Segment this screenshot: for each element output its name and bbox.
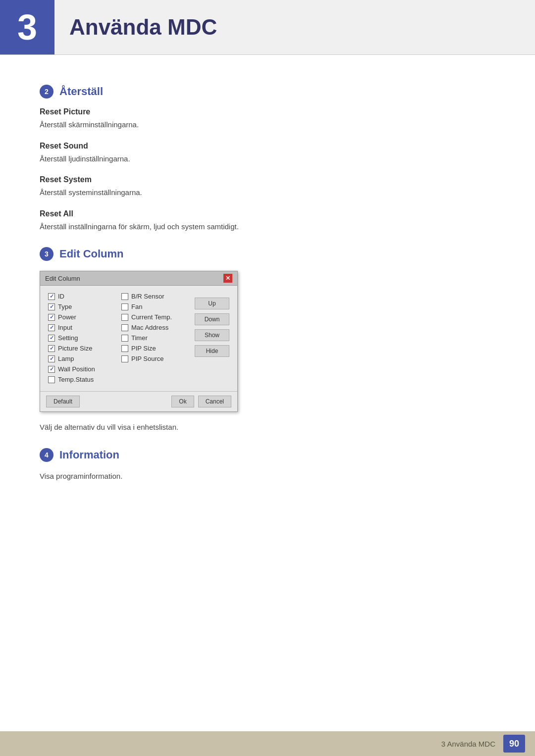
checkbox-id-label: ID xyxy=(58,293,64,300)
dialog-close-button[interactable]: ✕ xyxy=(223,274,232,283)
up-button[interactable]: Up xyxy=(195,298,229,309)
edit-column-dialog: Edit Column ✕ ID Type xyxy=(40,271,238,412)
checkbox-current-temp[interactable]: Current Temp. xyxy=(121,313,190,321)
reset-sound-title: Reset Sound xyxy=(40,142,495,151)
checkbox-setting-label: Setting xyxy=(58,334,78,342)
edit-column-dialog-wrapper: Edit Column ✕ ID Type xyxy=(40,271,495,412)
checkbox-fan[interactable]: Fan xyxy=(121,303,190,310)
checkbox-pip-source[interactable]: PIP Source xyxy=(121,355,190,362)
main-content: 2 Återställ Reset Picture Återställ skär… xyxy=(0,75,535,521)
default-button[interactable]: Default xyxy=(46,396,80,407)
checkbox-pip-size-box[interactable] xyxy=(121,345,128,352)
checkbox-wall-position-box[interactable] xyxy=(48,366,55,373)
checkbox-power-box[interactable] xyxy=(48,314,55,321)
checkbox-fan-box[interactable] xyxy=(121,303,128,310)
dialog-side-buttons: Up Down Show Hide xyxy=(195,293,229,386)
checkbox-lamp-label: Lamp xyxy=(58,355,74,362)
checkbox-br-sensor-label: B/R Sensor xyxy=(131,293,164,300)
section-2-header: 2 Återställ xyxy=(40,85,495,99)
checkbox-temp-status-box[interactable] xyxy=(48,376,55,383)
checkbox-wall-position[interactable]: Wall Position xyxy=(48,365,116,373)
dialog-title-text: Edit Column xyxy=(45,275,80,282)
reset-system-title: Reset System xyxy=(40,175,495,184)
checkbox-id[interactable]: ID xyxy=(48,293,116,300)
section-3-description: Välj de alternativ du vill visa i enhets… xyxy=(40,422,495,433)
section-2-circle: 2 xyxy=(40,85,54,99)
checkbox-br-sensor[interactable]: B/R Sensor xyxy=(121,293,190,300)
checkbox-type-label: Type xyxy=(58,303,72,310)
checkbox-pip-source-label: PIP Source xyxy=(131,355,164,362)
checkbox-input-label: Input xyxy=(58,324,72,331)
hide-button[interactable]: Hide xyxy=(195,345,229,357)
checkbox-input[interactable]: Input xyxy=(48,324,116,331)
subsection-reset-all: Reset All Återställ inställningarna för … xyxy=(40,209,495,233)
cancel-button[interactable]: Cancel xyxy=(198,396,231,407)
reset-all-title: Reset All xyxy=(40,209,495,218)
footer-page-number: 90 xyxy=(503,735,525,753)
checkbox-type-box[interactable] xyxy=(48,303,55,310)
section-3-circle: 3 xyxy=(40,247,54,261)
checkbox-setting[interactable]: Setting xyxy=(48,334,116,342)
checkbox-power[interactable]: Power xyxy=(48,313,116,321)
page-footer: 3 Använda MDC 90 xyxy=(0,731,535,756)
checkbox-current-temp-label: Current Temp. xyxy=(131,313,172,321)
section-3-title: Edit Column xyxy=(59,248,124,260)
footer-chapter-text: 3 Använda MDC xyxy=(441,740,495,748)
checkbox-picture-size[interactable]: Picture Size xyxy=(48,345,116,352)
subsection-reset-system: Reset System Återställ systeminställning… xyxy=(40,175,495,199)
chapter-header: 3 Använda MDC xyxy=(0,0,535,55)
checkbox-temp-status-label: Temp.Status xyxy=(58,376,94,383)
chapter-number-block: 3 xyxy=(0,0,54,54)
ok-button[interactable]: Ok xyxy=(171,396,194,407)
checkbox-current-temp-box[interactable] xyxy=(121,314,128,321)
reset-picture-title: Reset Picture xyxy=(40,107,495,116)
section-4-header: 4 Information xyxy=(40,448,495,462)
footer-right-buttons: Ok Cancel xyxy=(171,396,231,407)
checkbox-mac-address-box[interactable] xyxy=(121,324,128,331)
checkbox-fan-label: Fan xyxy=(131,303,142,310)
show-button[interactable]: Show xyxy=(195,329,229,341)
subsection-reset-sound: Reset Sound Återställ ljudinställningarn… xyxy=(40,142,495,165)
subsection-reset-picture: Reset Picture Återställ skärminställning… xyxy=(40,107,495,131)
reset-sound-desc: Återställ ljudinställningarna. xyxy=(40,153,495,165)
checkbox-id-box[interactable] xyxy=(48,293,55,300)
down-button[interactable]: Down xyxy=(195,313,229,325)
dialog-footer: Default Ok Cancel xyxy=(40,391,237,411)
checkbox-mac-address-label: Mac Address xyxy=(131,324,168,331)
checkbox-br-sensor-box[interactable] xyxy=(121,293,128,300)
reset-all-desc: Återställ inställningarna för skärm, lju… xyxy=(40,221,495,233)
chapter-number: 3 xyxy=(17,9,37,45)
reset-system-desc: Återställ systeminställningarna. xyxy=(40,187,495,199)
dialog-body: ID Type Power Input xyxy=(40,286,237,391)
dialog-left-col: ID Type Power Input xyxy=(48,293,116,386)
checkbox-setting-box[interactable] xyxy=(48,335,55,342)
section-4-circle: 4 xyxy=(40,448,54,462)
checkbox-timer-box[interactable] xyxy=(121,335,128,342)
checkbox-input-box[interactable] xyxy=(48,324,55,331)
section-4-description: Visa programinformation. xyxy=(40,471,495,482)
checkbox-lamp[interactable]: Lamp xyxy=(48,355,116,362)
checkbox-timer-label: Timer xyxy=(131,334,148,342)
checkbox-mac-address[interactable]: Mac Address xyxy=(121,324,190,331)
checkbox-pip-source-box[interactable] xyxy=(121,355,128,362)
dialog-titlebar: Edit Column ✕ xyxy=(40,271,237,286)
checkbox-power-label: Power xyxy=(58,313,76,321)
checkbox-pip-size-label: PIP Size xyxy=(131,345,156,352)
checkbox-lamp-box[interactable] xyxy=(48,355,55,362)
dialog-right-col: B/R Sensor Fan Current Temp. Mac Address xyxy=(121,293,190,386)
reset-picture-desc: Återställ skärminställningarna. xyxy=(40,119,495,131)
checkbox-temp-status[interactable]: Temp.Status xyxy=(48,376,116,383)
chapter-title: Använda MDC xyxy=(54,1,232,53)
checkbox-wall-position-label: Wall Position xyxy=(58,365,95,373)
checkbox-timer[interactable]: Timer xyxy=(121,334,190,342)
checkbox-picture-size-label: Picture Size xyxy=(58,345,92,352)
checkbox-picture-size-box[interactable] xyxy=(48,345,55,352)
checkbox-type[interactable]: Type xyxy=(48,303,116,310)
section-3-header: 3 Edit Column xyxy=(40,247,495,261)
section-2-title: Återställ xyxy=(59,85,103,98)
section-4-title: Information xyxy=(59,449,119,461)
checkbox-pip-size[interactable]: PIP Size xyxy=(121,345,190,352)
